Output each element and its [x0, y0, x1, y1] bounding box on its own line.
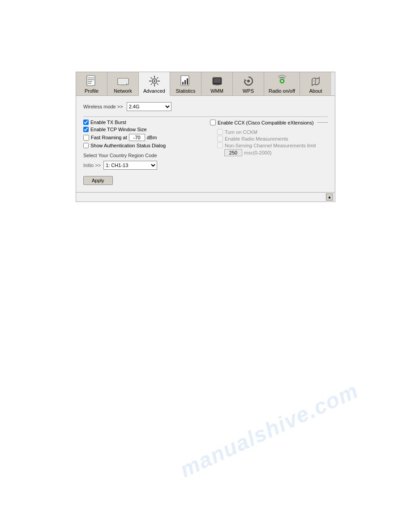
about-icon [309, 75, 322, 87]
non-serving-channel-row: Non-Serving Channel Measurements limit [217, 142, 328, 148]
app-container: Profile Network [0, 0, 411, 202]
svg-point-27 [247, 80, 250, 82]
wireless-mode-row: Wireless mode >> 2.4G 5G [83, 102, 328, 111]
show-auth-dialog-checkbox[interactable] [83, 143, 89, 148]
ccx-header-line [317, 122, 328, 123]
svg-rect-4 [88, 83, 91, 84]
svg-rect-6 [119, 79, 128, 84]
turn-on-cckm-row: Turn on CCKM [217, 129, 328, 135]
tab-about-label: About [309, 88, 322, 94]
tab-bar: Profile Network [76, 72, 335, 95]
svg-line-31 [313, 82, 316, 82]
ccx-limit-input[interactable] [224, 149, 242, 156]
enable-tcp-window-checkbox[interactable] [83, 127, 89, 132]
tab-wmm-label: WMM [210, 88, 223, 94]
non-serving-channel-label: Non-Serving Channel Measurements limit [225, 143, 316, 148]
tab-about[interactable]: About [300, 72, 331, 95]
tab-radio[interactable]: Radio on/off [264, 72, 300, 95]
svg-rect-0 [87, 76, 95, 86]
fast-roaming-checkbox[interactable] [83, 135, 89, 141]
svg-point-29 [281, 80, 283, 82]
svg-rect-8 [121, 85, 125, 86]
turn-on-cckm-checkbox[interactable] [217, 129, 223, 135]
svg-rect-24 [214, 78, 221, 83]
tab-network-label: Network [114, 88, 132, 94]
svg-line-16 [157, 83, 158, 85]
country-region-section: Select Your Country Region Code Initio >… [83, 153, 201, 170]
content-split: Enable TX Burst Enable TCP Window Size F… [83, 120, 328, 170]
scroll-arrow-bar: ▲ [76, 193, 335, 202]
left-panel: Enable TX Burst Enable TCP Window Size F… [83, 120, 201, 170]
ccx-enable-checkbox[interactable] [210, 120, 216, 125]
ccx-limit-row: msc(0-2000) [224, 149, 328, 156]
enable-radio-measurements-row: Enable Radio Measurements [217, 136, 328, 142]
advanced-icon [148, 75, 161, 87]
ccx-limit-unit: msc(0-2000) [244, 150, 272, 155]
tab-network[interactable]: Network [107, 72, 139, 95]
svg-rect-1 [88, 77, 94, 78]
non-serving-channel-checkbox[interactable] [217, 142, 223, 148]
country-sub-label: Select Your Country Region Code [83, 153, 201, 158]
svg-line-17 [157, 77, 158, 79]
svg-rect-3 [88, 81, 92, 82]
initio-label: Initio >> [83, 163, 101, 168]
svg-rect-21 [184, 80, 186, 85]
tab-wps[interactable]: WPS [233, 72, 264, 95]
tab-wmm[interactable]: WMM [201, 72, 233, 95]
radio-icon [276, 75, 288, 87]
enable-tx-burst-label: Enable TX Burst [90, 120, 126, 125]
network-icon [117, 75, 129, 87]
show-auth-dialog-row: Show Authentication Status Dialog [83, 143, 201, 148]
wmm-icon [211, 75, 223, 87]
tab-statistics-label: Statistics [176, 88, 195, 94]
fast-roaming-input[interactable] [129, 134, 145, 141]
svg-rect-20 [182, 82, 184, 85]
divider [83, 116, 328, 117]
wps-icon [242, 75, 255, 87]
enable-tx-burst-checkbox[interactable] [83, 120, 89, 125]
ccx-sub-options: Turn on CCKM Enable Radio Measurements N… [217, 129, 328, 156]
tab-statistics[interactable]: Statistics [170, 72, 201, 95]
enable-radio-measurements-checkbox[interactable] [217, 136, 223, 142]
wireless-mode-label: Wireless mode >> [83, 104, 123, 109]
turn-on-cckm-label: Turn on CCKM [225, 129, 257, 135]
country-row: Initio >> 1: CH1-13 0: CH1-11 2: CH1-13 [83, 161, 201, 170]
ccx-header: Enable CCX (Cisco Compatible eXtensions) [210, 120, 328, 125]
tab-radio-label: Radio on/off [269, 88, 295, 94]
main-panel: Wireless mode >> 2.4G 5G Enable TX Burst… [76, 95, 335, 193]
statistics-icon [180, 75, 192, 87]
svg-point-7 [126, 84, 127, 85]
ccx-enable-label: Enable CCX (Cisco Compatible eXtensions) [218, 120, 314, 125]
svg-rect-25 [215, 85, 219, 86]
svg-point-10 [154, 80, 155, 82]
svg-marker-26 [244, 79, 247, 81]
enable-radio-measurements-label: Enable Radio Measurements [225, 136, 288, 142]
tab-profile-label: Profile [85, 88, 98, 94]
scroll-up-button[interactable]: ▲ [326, 193, 333, 201]
wireless-mode-select[interactable]: 2.4G 5G [127, 102, 171, 111]
right-panel: Enable CCX (Cisco Compatible eXtensions)… [210, 120, 328, 170]
show-auth-dialog-label: Show Authentication Status Dialog [90, 143, 166, 148]
enable-tcp-window-label: Enable TCP Window Size [90, 127, 147, 132]
fast-roaming-row: Fast Roaming at dBm [83, 134, 201, 141]
country-region-select[interactable]: 1: CH1-13 0: CH1-11 2: CH1-13 [103, 161, 157, 170]
dbm-label: dBm [147, 135, 157, 140]
watermark: manualshive.com [176, 378, 363, 482]
svg-rect-2 [88, 79, 94, 80]
svg-line-15 [150, 77, 152, 79]
tab-profile[interactable]: Profile [76, 72, 107, 95]
apply-row: Apply [83, 176, 328, 185]
fast-roaming-label: Fast Roaming at [91, 135, 127, 140]
enable-tx-burst-row: Enable TX Burst [83, 120, 201, 125]
apply-button[interactable]: Apply [83, 176, 113, 185]
tab-advanced[interactable]: Advanced [139, 72, 170, 96]
enable-tcp-window-row: Enable TCP Window Size [83, 127, 201, 132]
svg-rect-22 [187, 78, 188, 85]
tab-advanced-label: Advanced [143, 88, 165, 94]
tab-wps-label: WPS [243, 88, 254, 94]
svg-line-30 [313, 80, 316, 81]
svg-line-18 [150, 83, 152, 85]
profile-icon [86, 75, 98, 87]
